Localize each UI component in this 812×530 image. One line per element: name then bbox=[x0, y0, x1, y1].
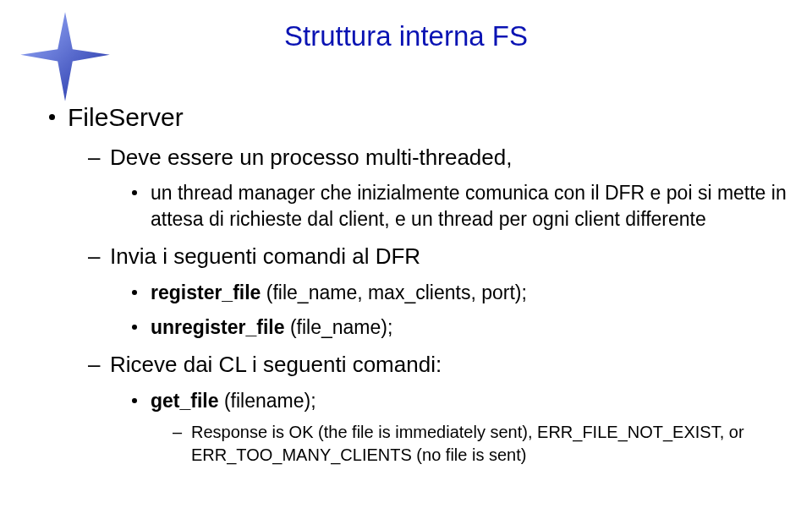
slide-body: FileServer Deve essere un processo multi… bbox=[42, 101, 787, 477]
cmd-args: (file_name); bbox=[285, 316, 393, 338]
slide: Struttura interna FS FileServer Deve ess… bbox=[0, 0, 812, 530]
slide-title: Struttura interna FS bbox=[0, 20, 812, 52]
text: Deve essere un processo multi-threaded, bbox=[110, 145, 512, 170]
text: Riceve dai CL i seguenti comandi: bbox=[110, 352, 442, 377]
bullet-lvl2: Invia i seguenti comandi al DFR register… bbox=[85, 243, 787, 341]
bullet-lvl3: get_file (filename); Response is OK (the… bbox=[129, 388, 787, 467]
bullet-lvl3: un thread manager che inizialmente comun… bbox=[129, 180, 787, 232]
cmd-name: get_file bbox=[151, 390, 219, 412]
bullet-lvl3: register_file (file_name, max_clients, p… bbox=[129, 280, 787, 306]
bullet-lvl2: Riceve dai CL i seguenti comandi: get_fi… bbox=[85, 351, 787, 467]
text: Response is OK (the file is immediately … bbox=[191, 423, 744, 464]
bullet-lvl3: unregister_file (file_name); bbox=[129, 314, 787, 341]
text: FileServer bbox=[68, 103, 184, 131]
bullet-lvl4: Response is OK (the file is immediately … bbox=[169, 421, 787, 467]
cmd-args: (file_name, max_clients, port); bbox=[261, 281, 526, 303]
cmd-name: unregister_file bbox=[151, 316, 285, 338]
cmd-name: register_file bbox=[151, 281, 261, 303]
cmd-args: (filename); bbox=[219, 390, 316, 412]
text: Invia i seguenti comandi al DFR bbox=[110, 243, 420, 269]
bullet-lvl1: FileServer Deve essere un processo multi… bbox=[42, 101, 787, 467]
bullet-lvl2: Deve essere un processo multi-threaded, … bbox=[85, 144, 787, 233]
text: un thread manager che inizialmente comun… bbox=[151, 182, 787, 230]
